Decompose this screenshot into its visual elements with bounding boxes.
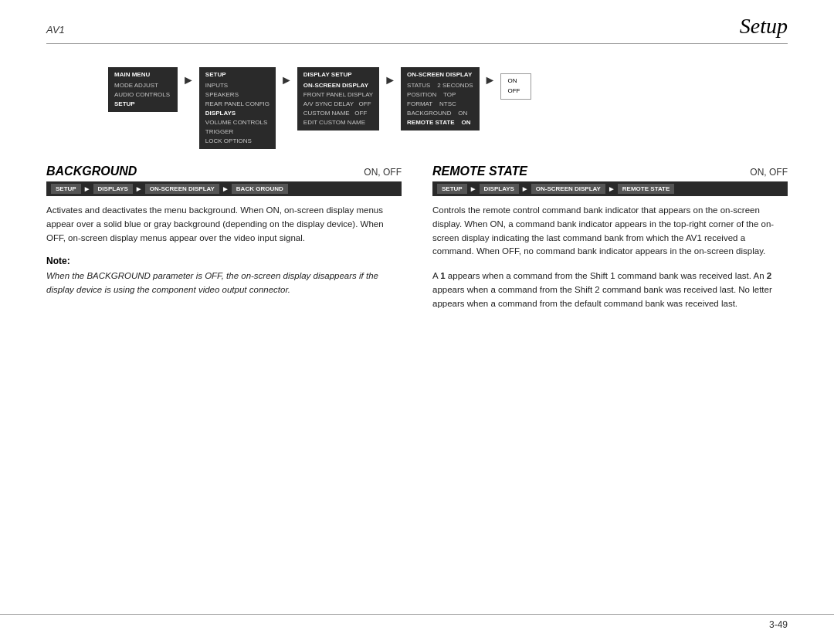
- osd-remote-state: REMOTE STATE ON: [407, 118, 473, 127]
- setup-title: SETUP: [205, 70, 270, 80]
- header-av1: AV1: [46, 24, 65, 36]
- menu-item-mode: MODE ADJUST: [114, 81, 171, 90]
- display-setup-box: DISPLAY SETUP ON-SCREEN DISPLAY FRONT PA…: [297, 67, 379, 130]
- on-off-box: ON OFF: [500, 73, 531, 100]
- arrow-1: ►: [178, 73, 199, 87]
- footer: 3-49: [0, 614, 834, 630]
- header-setup: Setup: [740, 14, 788, 39]
- page-number: 3-49: [769, 619, 788, 630]
- rs-bc-osd: ON-SCREEN DISPLAY: [531, 184, 605, 194]
- setup-box: SETUP INPUTS SPEAKERS REAR PANEL CONFIG …: [199, 67, 276, 149]
- content-columns: BACKGROUND ON, OFF SETUP ► DISPLAYS ► ON…: [46, 164, 788, 322]
- menu-item-setup: SETUP: [114, 100, 171, 109]
- menu-diagram: MAIN MENU MODE ADJUST AUDIO CONTROLS SET…: [108, 67, 788, 149]
- arrow-2: ►: [276, 73, 297, 87]
- off-option: OFF: [507, 86, 524, 97]
- setup-speakers: SPEAKERS: [205, 90, 270, 100]
- rs-bc-displays: DISPLAYS: [480, 184, 519, 194]
- background-body: Activates and deactivates the menu backg…: [46, 204, 402, 245]
- setup-inputs: INPUTS: [205, 81, 270, 90]
- remote-state-note: A 1 appears when a command from the Shif…: [432, 269, 788, 310]
- display-edit-custom: EDIT CUSTOM NAME: [303, 118, 373, 127]
- bg-bc-arrow2: ►: [133, 185, 145, 193]
- setup-rear: REAR PANEL CONFIG: [205, 100, 270, 109]
- bold-2: 2: [767, 271, 771, 280]
- remote-state-breadcrumb: SETUP ► DISPLAYS ► ON-SCREEN DISPLAY ► R…: [432, 181, 788, 196]
- bold-1: 1: [440, 271, 445, 280]
- setup-displays: DISPLAYS: [205, 109, 270, 118]
- background-options: ON, OFF: [364, 167, 402, 178]
- arrow-3: ►: [379, 73, 401, 87]
- display-on-screen: ON-SCREEN DISPLAY: [303, 81, 373, 90]
- page: AV1 Setup MAIN MENU MODE ADJUST AUDIO CO…: [0, 0, 834, 644]
- bg-bc-background: BACK GROUND: [232, 184, 288, 194]
- remote-state-options: ON, OFF: [750, 167, 788, 178]
- rs-bc-arrow2: ►: [519, 185, 531, 193]
- on-screen-display-box: ON-SCREEN DISPLAY STATUS 2 SECONDS POSIT…: [401, 67, 480, 130]
- rs-bc-setup: SETUP: [437, 184, 467, 194]
- main-menu-title: MAIN MENU: [114, 70, 171, 80]
- bg-bc-arrow3: ►: [219, 185, 232, 193]
- setup-lock: LOCK OPTIONS: [205, 137, 270, 146]
- arrow-4: ►: [480, 73, 501, 87]
- osd-background: BACKGROUND ON: [407, 109, 473, 118]
- main-menu-box: MAIN MENU MODE ADJUST AUDIO CONTROLS SET…: [108, 67, 178, 112]
- rs-bc-arrow1: ►: [467, 185, 480, 193]
- background-heading: BACKGROUND ON, OFF: [46, 164, 402, 178]
- rs-bc-remote-state: REMOTE STATE: [618, 184, 674, 194]
- display-custom-name: CUSTOM NAME OFF: [303, 109, 373, 118]
- osd-status: STATUS 2 SECONDS: [407, 81, 473, 90]
- osd-format: FORMAT NTSC: [407, 100, 473, 109]
- background-section: BACKGROUND ON, OFF SETUP ► DISPLAYS ► ON…: [46, 164, 402, 322]
- header: AV1 Setup: [46, 0, 788, 44]
- menu-item-audio: AUDIO CONTROLS: [114, 90, 171, 100]
- bg-bc-arrow1: ►: [81, 185, 93, 193]
- on-option: ON: [507, 76, 524, 86]
- rs-bc-arrow3: ►: [605, 185, 618, 193]
- setup-volume: VOLUME CONTROLS: [205, 118, 270, 127]
- display-setup-title: DISPLAY SETUP: [303, 70, 373, 80]
- display-front-panel: FRONT PANEL DISPLAY: [303, 90, 373, 100]
- remote-state-body: Controls the remote control command bank…: [432, 204, 788, 259]
- osd-position: POSITION TOP: [407, 90, 473, 100]
- note-text: When the BACKGROUND parameter is OFF, th…: [46, 269, 402, 297]
- remote-state-heading: REMOTE STATE ON, OFF: [432, 164, 788, 178]
- bg-bc-setup: SETUP: [51, 184, 81, 194]
- background-breadcrumb: SETUP ► DISPLAYS ► ON-SCREEN DISPLAY ► B…: [46, 181, 402, 196]
- background-title: BACKGROUND: [46, 164, 137, 178]
- setup-trigger: TRIGGER: [205, 127, 270, 137]
- remote-state-section: REMOTE STATE ON, OFF SETUP ► DISPLAYS ► …: [432, 164, 788, 322]
- remote-state-title: REMOTE STATE: [432, 164, 527, 178]
- bg-bc-osd: ON-SCREEN DISPLAY: [145, 184, 219, 194]
- bg-bc-displays: DISPLAYS: [93, 184, 133, 194]
- display-av-sync: A/V SYNC DELAY OFF: [303, 100, 373, 109]
- note-label: Note:: [46, 256, 402, 266]
- on-screen-title: ON-SCREEN DISPLAY: [407, 70, 473, 80]
